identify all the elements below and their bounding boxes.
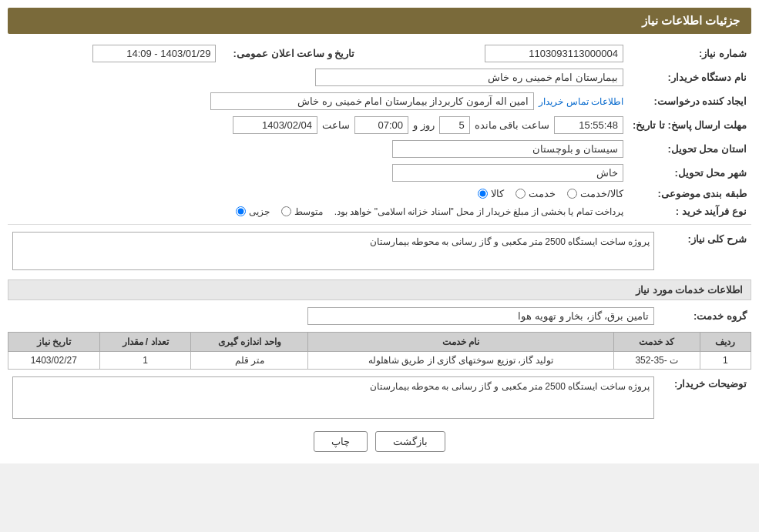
creator-value: امین اله آرمون کاربرداز بیمارستان امام خ… — [210, 92, 534, 110]
row-need-number: شماره نیاز: 1103093113000004 تاریخ و ساع… — [8, 42, 751, 65]
buyer-notes-value: پروژه ساخت ایستگاه 2500 متر مکعبی و گاز … — [12, 376, 654, 419]
row-process-type: نوع فرآیند خرید : پرداخت تمام یا بخشی از… — [8, 202, 751, 220]
category-radio-kala-khedmat[interactable] — [567, 189, 577, 199]
category-option-khedmat: خدمت — [516, 188, 556, 199]
services-table-body: 1 ت -35-352 تولید گاز، توزیع سوختهای گاز… — [8, 352, 751, 370]
city-label: شهر محل تحویل: — [628, 161, 751, 185]
main-info-table: شماره نیاز: 1103093113000004 تاریخ و ساع… — [8, 42, 751, 220]
col-unit: واحد اندازه گیری — [191, 333, 308, 352]
row-buyer-name: نام دستگاه خریدار: بیمارستان امام خمینی … — [8, 65, 751, 89]
row-buyer-notes: توضیحات خریدار: پروژه ساخت ایستگاه 2500 … — [8, 373, 751, 422]
deadline-days-label: روز و — [413, 119, 435, 131]
category-option-kala: کالا — [478, 188, 504, 199]
buyer-name-value: بیمارستان امام خمینی ره خاش — [315, 69, 623, 86]
process-option-jozii: جزیی — [236, 206, 270, 217]
services-section-title: اطلاعات خدمات مورد نیاز — [8, 279, 751, 300]
service-group-table: گروه خدمت: تامین برق، گاز، بخار و تهویه … — [8, 304, 751, 328]
col-date: تاریخ نیاز — [8, 333, 100, 352]
process-option-jozii-label: جزیی — [249, 206, 270, 217]
need-number-value: 1103093113000004 — [485, 45, 623, 62]
row-deadline: مهلت ارسال پاسخ: تا تاریخ: 15:55:48 ساعت… — [8, 113, 751, 137]
process-option-motavaset-label: متوسط — [294, 206, 323, 217]
service-group-value: تامین برق، گاز، بخار و تهویه هوا — [307, 307, 654, 325]
deadline-label: مهلت ارسال پاسخ: تا تاریخ: — [628, 113, 751, 137]
province-label: استان محل تحویل: — [628, 137, 751, 161]
city-value: خاش — [392, 164, 623, 182]
cell-name-1: تولید گاز، توزیع سوختهای گازی از طریق شا… — [308, 352, 613, 370]
row-service-group: گروه خدمت: تامین برق، گاز، بخار و تهویه … — [8, 304, 751, 328]
separator-1 — [8, 224, 751, 225]
row-city: شهر محل تحویل: خاش — [8, 161, 751, 185]
cell-qty-1: 1 — [99, 352, 191, 370]
deadline-days-value: 5 — [439, 116, 470, 134]
creator-row: اطلاعات تماس خریدار امین اله آرمون کاربر… — [12, 92, 623, 110]
cell-row-1: 1 — [700, 352, 751, 370]
buyer-notes-label: توضیحات خریدار: — [659, 373, 751, 422]
deadline-remaining-label: ساعت باقی مانده — [475, 119, 549, 131]
deadline-time-value: 07:00 — [354, 116, 408, 134]
col-quantity: تعداد / مقدار — [99, 333, 191, 352]
cell-code-1: ت -35-352 — [613, 352, 700, 370]
contact-link[interactable]: اطلاعات تماس خریدار — [539, 96, 623, 107]
deadline-row: 15:55:48 ساعت باقی مانده 5 روز و 07:00 س… — [12, 116, 623, 134]
print-button[interactable]: چاپ — [314, 431, 368, 452]
category-radio-kala[interactable] — [478, 189, 488, 199]
deadline-remaining-value: 15:55:48 — [554, 116, 623, 134]
process-type-group: پرداخت تمام یا بخشی از مبلغ خریدار از مح… — [12, 206, 623, 217]
service-group-label: گروه خدمت: — [659, 304, 751, 328]
page-container: جزئیات اطلاعات نیاز شماره نیاز: 11030931… — [0, 0, 759, 463]
category-label: طبقه بندی موضوعی: — [628, 185, 751, 202]
action-buttons: بازگشت چاپ — [8, 431, 751, 452]
category-radio-khedmat[interactable] — [516, 189, 526, 199]
category-option-kala-khedmat-label: کالا/خدمت — [580, 188, 623, 199]
page-title: جزئیات اطلاعات نیاز — [642, 14, 740, 27]
back-button[interactable]: بازگشت — [375, 431, 445, 452]
process-radio-jozii[interactable] — [236, 206, 246, 216]
table-row: 1 ت -35-352 تولید گاز، توزیع سوختهای گاز… — [8, 352, 751, 370]
deadline-time-label: ساعت — [322, 119, 350, 131]
need-number-label: شماره نیاز: — [628, 42, 751, 65]
announce-label: تاریخ و ساعت اعلان عمومی: — [220, 42, 359, 65]
need-description-label: شرح کلی نیاز: — [659, 229, 751, 273]
buyer-notes-table: توضیحات خریدار: پروژه ساخت ایستگاه 2500 … — [8, 373, 751, 422]
category-radio-group: کالا/خدمت خدمت کالا — [12, 188, 623, 199]
row-province: استان محل تحویل: سیستان و بلوچستان — [8, 137, 751, 161]
buyer-name-label: نام دستگاه خریدار: — [628, 65, 751, 89]
category-option-kala-label: کالا — [491, 188, 504, 199]
process-note: پرداخت تمام یا بخشی از مبلغ خریدار از مح… — [334, 206, 623, 217]
category-option-khedmat-label: خدمت — [529, 188, 556, 199]
process-option-motavaset: متوسط — [281, 206, 323, 217]
need-description-value: پروژه ساخت ایستگاه 2500 متر مکعبی و گاز … — [12, 232, 654, 270]
services-table-header-row: ردیف کد خدمت نام خدمت واحد اندازه گیری ت… — [8, 333, 751, 352]
cell-unit-1: متر قلم — [191, 352, 308, 370]
process-radio-motavaset[interactable] — [281, 206, 291, 216]
deadline-date: 1403/02/04 — [233, 116, 317, 134]
description-table: شرح کلی نیاز: پروژه ساخت ایستگاه 2500 مت… — [8, 229, 751, 273]
announce-value: 1403/01/29 - 14:09 — [92, 45, 216, 62]
creator-label: ایجاد کننده درخواست: — [628, 89, 751, 113]
row-creator: ایجاد کننده درخواست: اطلاعات تماس خریدار… — [8, 89, 751, 113]
category-option-kala-khedmat: کالا/خدمت — [567, 188, 623, 199]
col-row-number: ردیف — [700, 333, 751, 352]
services-data-table: ردیف کد خدمت نام خدمت واحد اندازه گیری ت… — [8, 332, 751, 370]
services-table-header: ردیف کد خدمت نام خدمت واحد اندازه گیری ت… — [8, 333, 751, 352]
process-label: نوع فرآیند خرید : — [628, 202, 751, 220]
page-header: جزئیات اطلاعات نیاز — [8, 8, 751, 34]
col-service-name: نام خدمت — [308, 333, 613, 352]
row-category: طبقه بندی موضوعی: کالا/خدمت خدمت کالا — [8, 185, 751, 202]
row-need-description: شرح کلی نیاز: پروژه ساخت ایستگاه 2500 مت… — [8, 229, 751, 273]
cell-date-1: 1403/02/27 — [8, 352, 100, 370]
col-service-code: کد خدمت — [613, 333, 700, 352]
province-value: سیستان و بلوچستان — [392, 140, 623, 158]
